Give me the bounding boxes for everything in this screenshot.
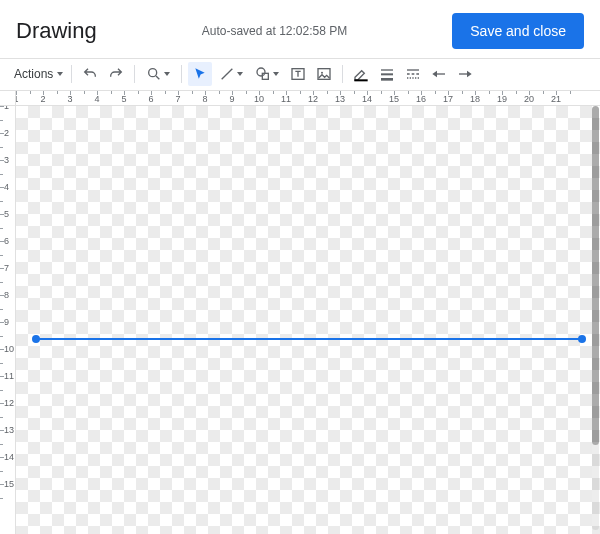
ruler-tick: 6 bbox=[151, 91, 178, 105]
svg-rect-8 bbox=[355, 79, 368, 81]
scrollbar-thumb[interactable] bbox=[592, 106, 599, 445]
redo-icon bbox=[108, 66, 124, 82]
undo-icon bbox=[82, 66, 98, 82]
actions-menu-label: Actions bbox=[14, 67, 53, 81]
line-end-button[interactable] bbox=[453, 62, 477, 86]
ruler-tick: 15 bbox=[0, 484, 15, 511]
separator bbox=[342, 65, 343, 83]
dialog-header: Drawing Auto-saved at 12:02:58 PM Save a… bbox=[0, 0, 600, 58]
shape-icon bbox=[255, 66, 271, 82]
drawing-canvas[interactable] bbox=[16, 106, 600, 534]
ruler-tick: 5 bbox=[124, 91, 151, 105]
line-start-button[interactable] bbox=[427, 62, 451, 86]
ruler-tick: 7 bbox=[178, 91, 205, 105]
cursor-icon bbox=[193, 67, 207, 81]
zoom-icon bbox=[146, 66, 162, 82]
line-dash-icon bbox=[405, 66, 421, 82]
svg-marker-18 bbox=[467, 71, 472, 78]
dialog-title: Drawing bbox=[16, 18, 97, 44]
line-shape[interactable] bbox=[36, 338, 582, 340]
ruler-tick: 3 bbox=[70, 91, 97, 105]
line-start-icon bbox=[431, 66, 447, 82]
actions-menu-button[interactable]: Actions bbox=[10, 65, 65, 83]
chevron-down-icon bbox=[237, 72, 243, 76]
svg-rect-11 bbox=[381, 78, 393, 81]
toolbar: Actions bbox=[0, 59, 600, 89]
svg-rect-10 bbox=[381, 73, 393, 75]
separator bbox=[181, 65, 182, 83]
chevron-down-icon bbox=[273, 72, 279, 76]
ruler-vertical: 123456789101112131415 bbox=[0, 106, 16, 534]
ruler-horizontal: 123456789101112131415161718192021 bbox=[16, 90, 600, 106]
line-color-icon bbox=[353, 66, 369, 82]
vertical-scrollbar[interactable] bbox=[592, 106, 599, 530]
line-handle-start[interactable] bbox=[32, 335, 40, 343]
svg-point-0 bbox=[149, 69, 157, 77]
ruler-tick: 1 bbox=[16, 91, 43, 105]
line-tool-button[interactable] bbox=[214, 62, 248, 86]
svg-rect-9 bbox=[381, 69, 393, 70]
separator bbox=[134, 65, 135, 83]
line-dash-button[interactable] bbox=[401, 62, 425, 86]
line-handle-end[interactable] bbox=[578, 335, 586, 343]
ruler-corner bbox=[0, 90, 16, 106]
select-tool-button[interactable] bbox=[188, 62, 212, 86]
zoom-button[interactable] bbox=[141, 62, 175, 86]
ruler-tick: 4 bbox=[97, 91, 124, 105]
line-color-button[interactable] bbox=[349, 62, 373, 86]
svg-rect-4 bbox=[263, 73, 269, 79]
save-and-close-button[interactable]: Save and close bbox=[452, 13, 584, 49]
svg-line-2 bbox=[222, 69, 233, 80]
chevron-down-icon bbox=[164, 72, 170, 76]
svg-marker-16 bbox=[433, 71, 438, 78]
text-box-tool-button[interactable] bbox=[286, 62, 310, 86]
svg-point-3 bbox=[257, 68, 265, 76]
shape-tool-button[interactable] bbox=[250, 62, 284, 86]
line-icon bbox=[219, 66, 235, 82]
ruler-tick: 8 bbox=[205, 91, 232, 105]
line-weight-button[interactable] bbox=[375, 62, 399, 86]
redo-button[interactable] bbox=[104, 62, 128, 86]
image-icon bbox=[316, 66, 332, 82]
separator bbox=[71, 65, 72, 83]
line-weight-icon bbox=[379, 66, 395, 82]
autosave-status: Auto-saved at 12:02:58 PM bbox=[97, 24, 453, 38]
image-tool-button[interactable] bbox=[312, 62, 336, 86]
ruler-tick: 21 bbox=[556, 91, 583, 105]
svg-point-7 bbox=[321, 72, 323, 74]
text-box-icon bbox=[290, 66, 306, 82]
svg-line-1 bbox=[156, 76, 159, 79]
line-end-icon bbox=[457, 66, 473, 82]
chevron-down-icon bbox=[57, 72, 63, 76]
undo-button[interactable] bbox=[78, 62, 102, 86]
ruler-tick: 2 bbox=[43, 91, 70, 105]
